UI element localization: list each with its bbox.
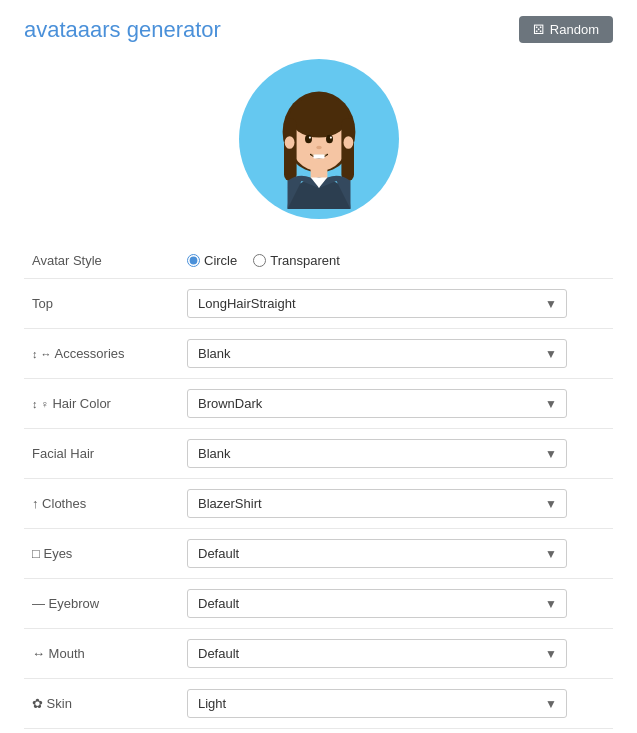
eyebrow-row: — Eyebrow Default Angry AngryNatural Fla… [24, 579, 613, 629]
top-control: LongHairStraight NoHair ShortHairShortFl… [179, 279, 613, 329]
avatar-circle [239, 59, 399, 219]
eyes-select[interactable]: Default Close Cry Happy [187, 539, 567, 568]
top-select-wrapper: LongHairStraight NoHair ShortHairShortFl… [187, 289, 567, 318]
avatar-svg [249, 69, 389, 209]
svg-point-12 [343, 136, 353, 149]
avatar-style-row: Avatar Style Circle Transparent [24, 243, 613, 279]
svg-point-6 [326, 135, 333, 143]
mouth-select[interactable]: Default Concerned Smile Sad [187, 639, 567, 668]
hair-color-label: ↕ ♀ Hair Color [24, 379, 179, 429]
facial-hair-row: Facial Hair Blank BeardMedium BeardLight… [24, 429, 613, 479]
clothes-select[interactable]: BlazerShirt BlazerSweater Hoodie [187, 489, 567, 518]
avatar-style-transparent-text: Transparent [270, 253, 340, 268]
hair-color-select-wrapper: BrownDark Auburn Black Blonde ▼ [187, 389, 567, 418]
avatar-style-radio-group: Circle Transparent [187, 253, 605, 268]
app-title: avataaars generator [24, 17, 221, 43]
avatar-style-control: Circle Transparent [179, 243, 613, 279]
skin-row: ✿ Skin Light Tanned Yellow Brown Black ▼ [24, 679, 613, 729]
options-table: Avatar Style Circle Transparent [24, 243, 613, 729]
skin-select[interactable]: Light Tanned Yellow Brown Black [187, 689, 567, 718]
mouth-select-wrapper: Default Concerned Smile Sad ▼ [187, 639, 567, 668]
avatar-style-circle-text: Circle [204, 253, 237, 268]
accessories-select[interactable]: Blank Kurt Prescription01 [187, 339, 567, 368]
mouth-control: Default Concerned Smile Sad ▼ [179, 629, 613, 679]
clothes-select-wrapper: BlazerShirt BlazerSweater Hoodie ▼ [187, 489, 567, 518]
svg-rect-3 [284, 118, 297, 181]
random-button[interactable]: ⚄ Random [519, 16, 613, 43]
hair-color-icon: ↕ ♀ [32, 398, 49, 410]
hair-color-control: BrownDark Auburn Black Blonde ▼ [179, 379, 613, 429]
hair-color-row: ↕ ♀ Hair Color BrownDark Auburn Black Bl… [24, 379, 613, 429]
avatar-preview-area [24, 59, 613, 219]
mouth-row: ↔ Mouth Default Concerned Smile Sad ▼ [24, 629, 613, 679]
eyes-label: □ Eyes [24, 529, 179, 579]
avatar-style-circle-radio[interactable] [187, 254, 200, 267]
svg-point-8 [329, 137, 331, 139]
accessories-icon: ↕ ↔ [32, 348, 52, 360]
clothes-row: ↑ Clothes BlazerShirt BlazerSweater Hood… [24, 479, 613, 529]
eyes-row: □ Eyes Default Close Cry Happy ▼ [24, 529, 613, 579]
facial-hair-select-wrapper: Blank BeardMedium BeardLight ▼ [187, 439, 567, 468]
eyebrow-select[interactable]: Default Angry AngryNatural FlatNatural [187, 589, 567, 618]
accessories-label: ↕ ↔ Accessories [24, 329, 179, 379]
svg-point-9 [316, 146, 322, 150]
facial-hair-control: Blank BeardMedium BeardLight ▼ [179, 429, 613, 479]
avatar-style-circle-label[interactable]: Circle [187, 253, 237, 268]
avatar-style-transparent-radio[interactable] [253, 254, 266, 267]
clothes-icon: ↑ [32, 496, 39, 511]
eyebrow-icon: — [32, 596, 45, 611]
svg-point-11 [284, 136, 294, 149]
random-icon: ⚄ [533, 22, 544, 37]
mouth-label: ↔ Mouth [24, 629, 179, 679]
skin-select-wrapper: Light Tanned Yellow Brown Black ▼ [187, 689, 567, 718]
mouth-icon: ↔ [32, 646, 45, 661]
facial-hair-label: Facial Hair [24, 429, 179, 479]
eyebrow-select-wrapper: Default Angry AngryNatural FlatNatural ▼ [187, 589, 567, 618]
skin-control: Light Tanned Yellow Brown Black ▼ [179, 679, 613, 729]
facial-hair-select[interactable]: Blank BeardMedium BeardLight [187, 439, 567, 468]
eyebrow-control: Default Angry AngryNatural FlatNatural ▼ [179, 579, 613, 629]
svg-point-2 [289, 96, 348, 138]
clothes-label: ↑ Clothes [24, 479, 179, 529]
avatar-style-transparent-label[interactable]: Transparent [253, 253, 340, 268]
skin-label: ✿ Skin [24, 679, 179, 729]
top-select[interactable]: LongHairStraight NoHair ShortHairShortFl… [187, 289, 567, 318]
accessories-row: ↕ ↔ Accessories Blank Kurt Prescription0… [24, 329, 613, 379]
svg-point-5 [305, 135, 312, 143]
hair-color-select[interactable]: BrownDark Auburn Black Blonde [187, 389, 567, 418]
random-button-label: Random [550, 22, 599, 37]
svg-rect-4 [341, 118, 354, 181]
accessories-control: Blank Kurt Prescription01 ▼ [179, 329, 613, 379]
eyes-control: Default Close Cry Happy ▼ [179, 529, 613, 579]
top-label: Top [24, 279, 179, 329]
svg-rect-10 [313, 154, 324, 158]
avatar-style-label: Avatar Style [24, 243, 179, 279]
svg-point-7 [308, 137, 310, 139]
top-row: Top LongHairStraight NoHair ShortHairSho… [24, 279, 613, 329]
eyes-select-wrapper: Default Close Cry Happy ▼ [187, 539, 567, 568]
eyebrow-label: — Eyebrow [24, 579, 179, 629]
page-header: avataaars generator ⚄ Random [24, 16, 613, 43]
clothes-control: BlazerShirt BlazerSweater Hoodie ▼ [179, 479, 613, 529]
eyes-icon: □ [32, 546, 40, 561]
skin-icon: ✿ [32, 696, 43, 711]
accessories-select-wrapper: Blank Kurt Prescription01 ▼ [187, 339, 567, 368]
